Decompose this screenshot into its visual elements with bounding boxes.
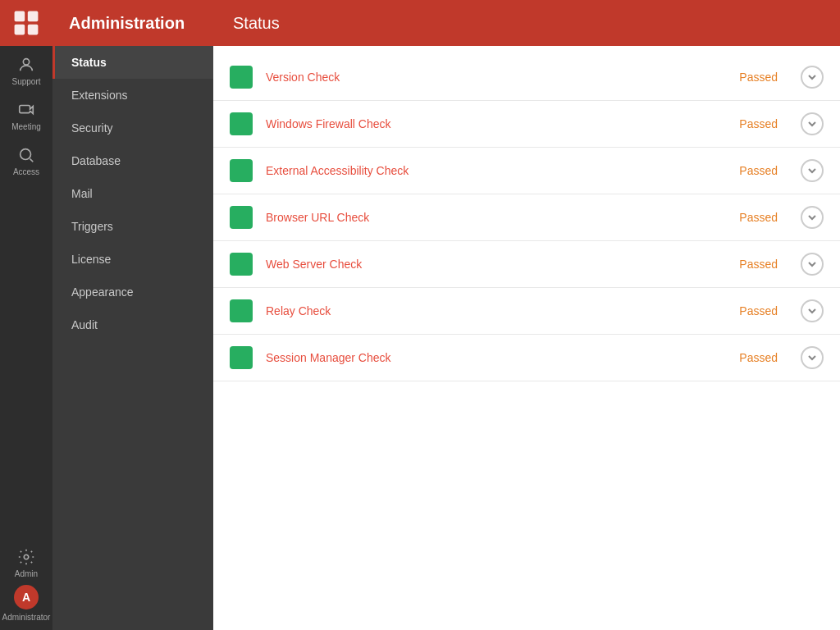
admin-settings-button[interactable]: Admin [0,541,52,582]
status-row: Web Server CheckPassed [213,241,840,288]
status-check-name: Version Check [266,71,726,84]
status-indicator [230,159,253,182]
status-badge: Passed [739,351,778,364]
status-indicator [230,206,253,229]
nav-item-appearance[interactable]: Appearance [52,276,213,308]
nav-item-security[interactable]: Security [52,112,213,144]
nav-sidebar-title: Administration [52,0,213,46]
status-indicator [230,299,253,322]
sidebar-item-access[interactable]: Access [0,136,52,181]
status-badge: Passed [739,117,778,130]
status-expand-button[interactable] [801,253,824,276]
main-content: Status Version CheckPassedWindows Firewa… [213,0,840,630]
status-row: Browser URL CheckPassed [213,194,840,241]
svg-point-4 [23,59,29,65]
status-expand-button[interactable] [801,159,824,182]
status-indicator [230,346,253,369]
status-expand-button[interactable] [801,112,824,135]
svg-rect-2 [15,25,25,35]
status-row: Version CheckPassed [213,54,840,101]
status-list: Version CheckPassedWindows Firewall Chec… [213,46,840,390]
nav-item-mail[interactable]: Mail [52,177,213,210]
meeting-label: Meeting [11,122,41,131]
avatar-label: Administrator [2,613,51,622]
nav-item-status[interactable]: Status [52,46,213,79]
status-check-name: Relay Check [266,304,726,317]
status-badge: Passed [739,71,778,84]
status-check-name: External Accessibility Check [266,164,726,177]
status-badge: Passed [739,304,778,317]
nav-item-database[interactable]: Database [52,144,213,177]
nav-item-extensions[interactable]: Extensions [52,79,213,112]
nav-sidebar: Administration Status Extensions Securit… [52,0,213,630]
status-expand-button[interactable] [801,346,824,369]
status-badge: Passed [739,258,778,271]
svg-rect-1 [28,11,39,22]
nav-item-triggers[interactable]: Triggers [52,210,213,243]
status-expand-button[interactable] [801,206,824,229]
app-logo [0,0,52,46]
nav-item-audit[interactable]: Audit [52,308,213,341]
avatar[interactable]: A [14,585,39,609]
status-indicator [230,253,253,276]
status-expand-button[interactable] [801,299,824,322]
status-check-name: Web Server Check [266,258,726,271]
svg-point-5 [21,149,31,160]
status-badge: Passed [739,164,778,177]
svg-point-6 [24,555,29,559]
page-title: Status [213,0,840,46]
sidebar-item-support[interactable]: Support [0,46,52,91]
status-badge: Passed [739,211,778,224]
status-row: External Accessibility CheckPassed [213,148,840,194]
status-check-name: Browser URL Check [266,211,726,224]
status-expand-button[interactable] [801,66,824,89]
icon-sidebar: Support Meeting Access Admin A Administr… [0,0,52,630]
status-check-name: Session Manager Check [266,351,726,364]
status-row: Relay CheckPassed [213,288,840,335]
status-row: Windows Firewall CheckPassed [213,101,840,148]
svg-rect-3 [28,25,39,35]
access-label: Access [13,167,39,176]
sidebar-item-meeting[interactable]: Meeting [0,91,52,136]
status-check-name: Windows Firewall Check [266,117,726,130]
status-row: Session Manager CheckPassed [213,335,840,381]
admin-label: Admin [15,569,38,578]
svg-rect-0 [15,11,25,22]
nav-item-license[interactable]: License [52,243,213,276]
status-indicator [230,66,253,89]
status-indicator [230,112,253,135]
bottom-nav: Admin A Administrator [0,541,52,630]
support-label: Support [11,77,40,86]
